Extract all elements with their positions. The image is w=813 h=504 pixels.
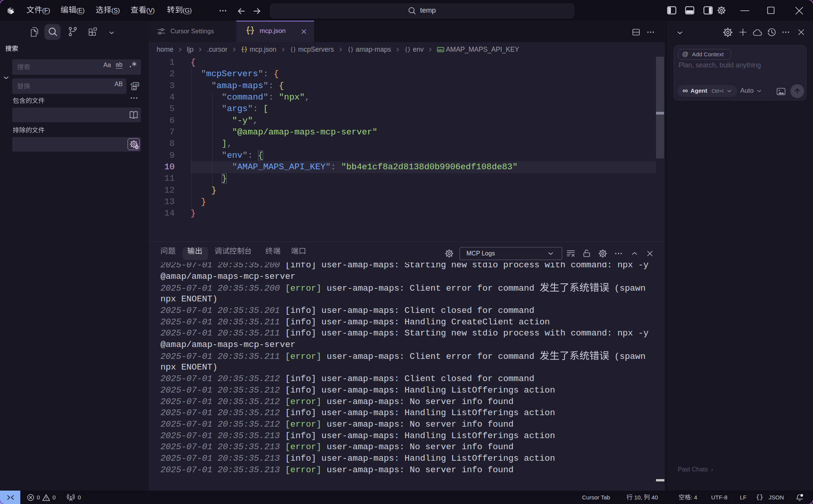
svg-text:ac: ac	[133, 87, 136, 90]
svg-text:ab: ab	[135, 83, 138, 86]
svg-text:abc: abc	[438, 48, 443, 51]
